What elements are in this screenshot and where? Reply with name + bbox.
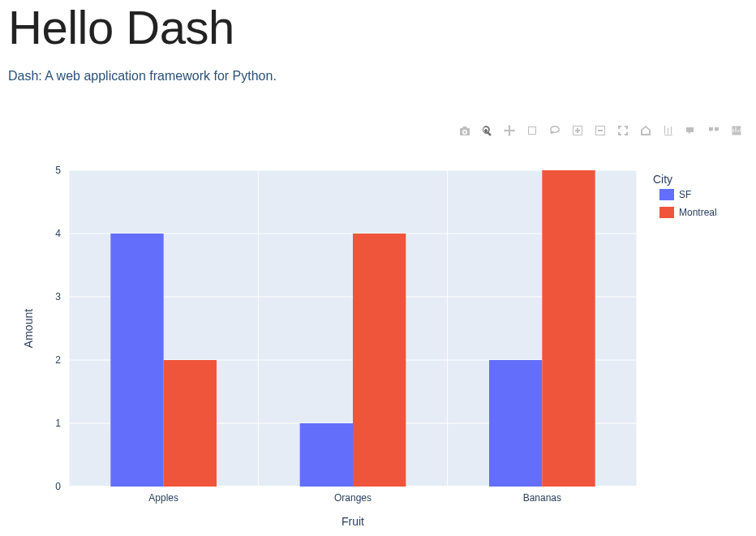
page-title: Hello Dash <box>0 0 756 69</box>
legend-swatch-SF[interactable] <box>659 189 674 200</box>
y-tick-label: 5 <box>55 165 61 176</box>
x-axis-title: Fruit <box>341 515 364 528</box>
chart-container: 012345ApplesOrangesBananasFruitAmountCit… <box>0 138 756 535</box>
zoom-in-icon[interactable] <box>566 122 589 139</box>
compare-hover-icon[interactable] <box>702 122 725 139</box>
select-icon[interactable] <box>521 122 543 139</box>
reset-axes-icon[interactable] <box>634 122 657 139</box>
lasso-icon[interactable] <box>543 122 566 139</box>
bar-Montreal-Apples[interactable] <box>164 360 217 487</box>
spike-lines-icon[interactable] <box>657 122 680 139</box>
zoom-icon[interactable] <box>475 122 498 139</box>
pan-icon[interactable] <box>498 122 521 139</box>
bar-chart[interactable]: 012345ApplesOrangesBananasFruitAmountCit… <box>0 138 756 535</box>
camera-icon[interactable] <box>453 122 475 139</box>
legend-label-SF[interactable]: SF <box>679 189 691 200</box>
plotly-logo-icon[interactable] <box>725 122 748 139</box>
y-tick-label: 4 <box>55 228 61 239</box>
legend-title: City <box>653 173 672 186</box>
y-tick-label: 2 <box>55 354 61 366</box>
bar-Montreal-Oranges[interactable] <box>353 234 406 487</box>
legend-swatch-Montreal[interactable] <box>659 207 674 218</box>
bar-SF-Bananas[interactable] <box>489 360 542 487</box>
subtitle-text: Dash: A web application framework for Py… <box>0 69 756 87</box>
x-tick-label: Oranges <box>334 492 372 504</box>
x-tick-label: Apples <box>148 492 178 504</box>
y-tick-label: 0 <box>55 481 61 492</box>
bar-Montreal-Bananas[interactable] <box>542 170 595 487</box>
legend-label-Montreal[interactable]: Montreal <box>679 207 717 218</box>
y-tick-label: 1 <box>55 418 61 429</box>
x-tick-label: Bananas <box>523 492 561 504</box>
zoom-out-icon[interactable] <box>589 122 612 139</box>
y-tick-label: 3 <box>55 291 61 302</box>
autoscale-icon[interactable] <box>612 122 634 139</box>
closest-hover-icon[interactable] <box>680 122 702 139</box>
bar-SF-Oranges[interactable] <box>300 423 353 487</box>
y-axis-title: Amount <box>22 309 35 348</box>
bar-SF-Apples[interactable] <box>110 234 163 487</box>
